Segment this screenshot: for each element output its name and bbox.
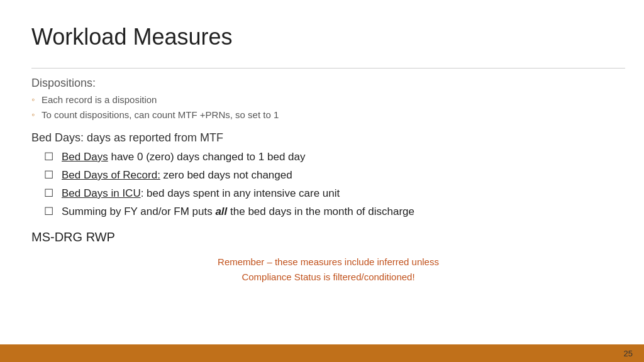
- list-item: Summing by FY and/or FM puts all the bed…: [44, 203, 625, 221]
- ms-drg-label: MS-DRG RWP: [31, 230, 625, 244]
- remember-container: Remember – these measures include inferr…: [31, 255, 625, 285]
- list-item: Bed Days in ICU: bed days spent in any i…: [44, 185, 625, 203]
- content-area: Dispositions: Each record is a dispositi…: [31, 77, 625, 285]
- bed-days-text: have 0 (zero) days changed to 1 bed day: [108, 151, 306, 163]
- list-item: Each record is a disposition: [31, 92, 625, 107]
- remember-line1: Remember – these measures include inferr…: [218, 256, 439, 267]
- slide: Workload Measures Dispositions: Each rec…: [0, 0, 644, 362]
- dispositions-heading: Dispositions:: [31, 77, 625, 90]
- summing-text-prefix: Summing by FY and/or FM puts: [62, 206, 215, 217]
- bottom-bar: [0, 344, 644, 362]
- slide-title: Workload Measures: [31, 24, 232, 50]
- remember-text: Remember – these measures include inferr…: [31, 255, 625, 285]
- all-emphasis: all: [215, 206, 227, 217]
- bed-days-list: Bed Days have 0 (zero) days changed to 1…: [44, 148, 625, 221]
- list-item: Bed Days have 0 (zero) days changed to 1…: [44, 148, 625, 167]
- dispositions-list: Each record is a disposition To count di…: [31, 92, 625, 123]
- bed-days-label: Bed Days: [62, 151, 108, 163]
- summing-text-suffix: the bed days in the month of discharge: [227, 206, 414, 217]
- bed-days-of-record-text: zero bed days not changed: [160, 169, 292, 181]
- list-item: Bed Days of Record: zero bed days not ch…: [44, 167, 625, 185]
- bed-days-icu-label: Bed Days in ICU: [62, 187, 141, 199]
- bed-days-of-record-label: Bed Days of Record:: [62, 169, 160, 181]
- remember-line2: Compliance Status is filtered/conditione…: [242, 272, 414, 282]
- bed-days-icu-text: : bed days spent in any intensive care u…: [141, 187, 340, 199]
- divider: [31, 68, 625, 69]
- page-number: 25: [624, 349, 633, 358]
- bed-days-heading: Bed Days: days as reported from MTF: [31, 131, 625, 145]
- list-item: To count dispositions, can count MTF +PR…: [31, 107, 625, 123]
